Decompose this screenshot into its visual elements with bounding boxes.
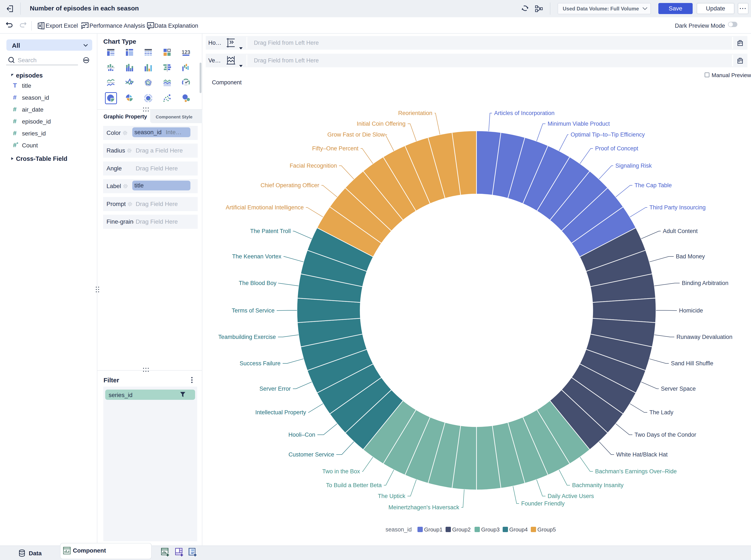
svg-text:The Uptick: The Uptick [378,493,406,499]
svg-text:season_id: season_id [386,526,412,533]
svg-text:Server Space: Server Space [661,385,696,392]
svg-text:Group2: Group2 [452,526,471,533]
svg-text:The Patent Troll: The Patent Troll [250,228,291,234]
svg-text:Group1: Group1 [424,526,443,533]
svg-text:Homicide: Homicide [679,307,703,314]
svg-text:The Cap Table: The Cap Table [634,182,672,188]
svg-text:The Blood Boy: The Blood Boy [239,280,277,286]
svg-text:White Hat/Black Hat: White Hat/Black Hat [616,452,668,458]
svg-text:Adult Content: Adult Content [663,228,698,234]
svg-text:Grow Fast or Die Slow: Grow Fast or Die Slow [327,132,385,138]
svg-text:Group3: Group3 [481,526,500,533]
svg-text:Sand Hill Shuffle: Sand Hill Shuffle [671,360,713,366]
svg-text:Artificial Emotional Intellige: Artificial Emotional Intelligence [226,204,304,211]
svg-text:Bachmanity Insanity: Bachmanity Insanity [572,482,624,488]
svg-text:Chief Operating Officer: Chief Operating Officer [261,182,319,188]
svg-text:To Build a Better Beta: To Build a Better Beta [326,482,382,488]
svg-text:Proof of Concept: Proof of Concept [595,145,638,152]
svg-text:Bachman's Earnings Over–Ride: Bachman's Earnings Over–Ride [595,468,677,475]
svg-text:Facial Recognition: Facial Recognition [290,162,337,169]
svg-text:Initial Coin Offering: Initial Coin Offering [357,121,406,127]
svg-text:Hooli–Con: Hooli–Con [288,432,315,438]
svg-text:Success Failure: Success Failure [240,360,281,366]
svg-text:Founder Friendly: Founder Friendly [521,500,565,507]
svg-text:Runaway Devaluation: Runaway Devaluation [676,334,732,340]
svg-text:Teambuilding Exercise: Teambuilding Exercise [218,334,276,340]
svg-text:Group5: Group5 [537,526,556,533]
svg-text:Binding Arbitration: Binding Arbitration [682,280,728,286]
svg-text:Minimum Viable Product: Minimum Viable Product [548,121,610,127]
svg-text:Server Error: Server Error [259,385,291,392]
svg-text:Terms of Service: Terms of Service [232,307,275,314]
svg-text:Signaling Risk: Signaling Risk [615,162,652,169]
svg-text:Fifty–One Percent: Fifty–One Percent [312,145,359,152]
svg-text:Intellectual Property: Intellectual Property [255,409,306,416]
svg-text:Customer Service: Customer Service [288,452,334,458]
svg-text:Two Days of the Condor: Two Days of the Condor [634,432,696,438]
svg-text:Daily Active Users: Daily Active Users [548,493,594,499]
svg-text:Group4: Group4 [509,526,528,533]
svg-text:Articles of Incorporation: Articles of Incorporation [494,110,555,116]
svg-text:Bad Money: Bad Money [676,253,705,260]
svg-text:Optimal Tip–to–Tip Efficiency: Optimal Tip–to–Tip Efficiency [571,132,645,138]
svg-text:Third Party Insourcing: Third Party Insourcing [649,204,706,211]
svg-text:The Keenan Vortex: The Keenan Vortex [232,253,282,260]
svg-text:The Lady: The Lady [649,409,673,416]
svg-text:Meinertzhagen's Haversack: Meinertzhagen's Haversack [388,504,460,511]
svg-text:Two in the Box: Two in the Box [322,468,360,475]
svg-text:Reorientation: Reorientation [398,110,432,116]
